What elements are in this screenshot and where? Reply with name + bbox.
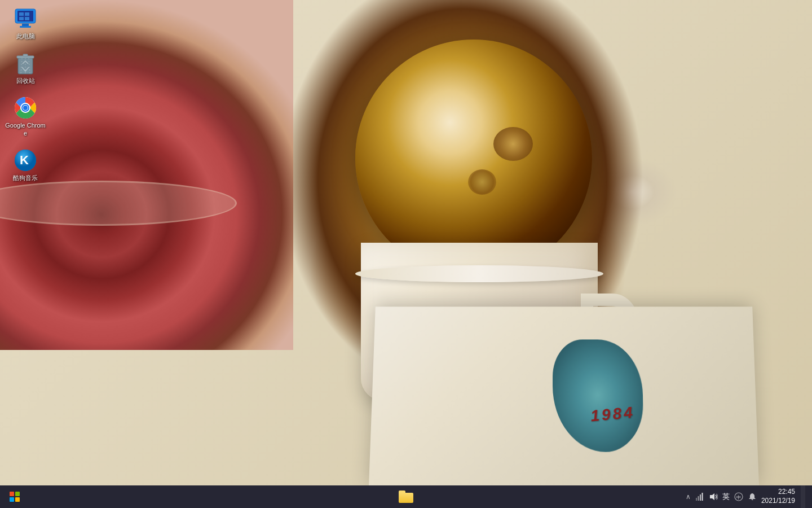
- chrome-icon: [14, 96, 37, 120]
- win-logo-blue: [10, 497, 14, 502]
- coffee-surface-spot1: [493, 127, 533, 161]
- windows-logo-icon: [10, 492, 20, 502]
- speaker-icon[interactable]: [709, 492, 718, 501]
- win-logo-red: [10, 492, 14, 496]
- svg-rect-4: [19, 12, 24, 16]
- clock-display[interactable]: 22:45 2021/12/19: [761, 488, 795, 505]
- file-explorer-icon: [399, 491, 413, 503]
- svg-text:中: 中: [736, 495, 741, 500]
- svg-marker-26: [710, 493, 714, 500]
- tray-expand-arrow[interactable]: ∧: [686, 493, 691, 501]
- notebook-blob: [553, 339, 644, 452]
- svg-rect-24: [700, 494, 701, 501]
- desktop-icon-kuwo-label: 酷狗音乐: [13, 174, 38, 182]
- ime-icon[interactable]: 中: [734, 492, 743, 501]
- svg-rect-22: [696, 498, 697, 501]
- svg-rect-13: [23, 54, 28, 56]
- system-tray: ∧ 英: [686, 485, 805, 508]
- desktop-icon-chrome-label: Google Chrome: [5, 122, 46, 137]
- taskbar-right: ∧ 英: [686, 485, 812, 508]
- desktop: 1984 此电脑: [0, 0, 812, 485]
- svg-rect-6: [19, 17, 24, 20]
- win-logo-green: [15, 492, 20, 496]
- cup-rim: [355, 265, 603, 282]
- show-desktop-button[interactable]: [801, 485, 805, 508]
- coffee-surface-spot2: [468, 169, 496, 195]
- desktop-icon-recycle-bin[interactable]: 回收站: [3, 47, 48, 89]
- desktop-icon-my-computer[interactable]: 此电脑: [3, 2, 48, 45]
- desktop-icon-google-chrome[interactable]: Google Chrome: [3, 91, 48, 141]
- svg-rect-25: [701, 493, 703, 501]
- desktop-icon-my-computer-label: 此电脑: [16, 33, 35, 40]
- notebook: 1984: [369, 306, 759, 485]
- book-text: 1984: [590, 404, 636, 426]
- svg-rect-5: [25, 12, 29, 16]
- clock-date: 2021/12/19: [761, 497, 795, 506]
- svg-rect-23: [698, 496, 699, 501]
- start-button[interactable]: [2, 485, 27, 508]
- svg-rect-7: [25, 17, 29, 20]
- svg-rect-2: [22, 24, 29, 26]
- folder-body: [399, 493, 413, 503]
- svg-point-18: [23, 106, 28, 110]
- desktop-icon-kuwo-music[interactable]: K 酷狗音乐: [3, 144, 48, 186]
- taskbar: ∧ 英: [0, 485, 812, 508]
- clock-time: 22:45: [778, 488, 795, 497]
- notification-icon[interactable]: [748, 492, 757, 501]
- recycle-bin-icon: [14, 51, 37, 75]
- cup-top: [355, 40, 592, 277]
- taskbar-center-pins: [394, 485, 418, 508]
- svg-text:K: K: [20, 153, 29, 167]
- taskbar-file-explorer[interactable]: [394, 485, 418, 508]
- desktop-icons: 此电脑: [0, 0, 51, 485]
- win-logo-yellow: [15, 497, 20, 502]
- kuwo-icon: K: [14, 148, 37, 172]
- language-indicator[interactable]: 英: [722, 492, 730, 502]
- desktop-icon-recycle-bin-label: 回收站: [16, 77, 35, 85]
- network-icon[interactable]: [695, 492, 704, 501]
- taskbar-left: [0, 485, 27, 508]
- svg-rect-3: [20, 26, 31, 28]
- computer-icon: [14, 7, 37, 30]
